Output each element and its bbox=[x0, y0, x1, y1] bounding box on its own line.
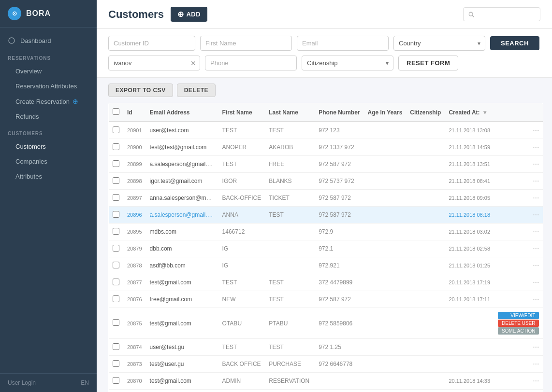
td-firstname: TEST bbox=[218, 156, 265, 173]
row-checkbox[interactable] bbox=[113, 245, 119, 252]
td-age bbox=[364, 390, 407, 392]
td-firstname: OTABU bbox=[218, 308, 265, 339]
sidebar-item-customers[interactable]: Customers bbox=[0, 139, 97, 154]
export-csv-button[interactable]: EXPORT TO CSV bbox=[108, 84, 173, 97]
td-phone: 972 5737 972 bbox=[315, 173, 363, 190]
row-menu-button[interactable]: ··· bbox=[533, 278, 539, 286]
last-name-input[interactable] bbox=[108, 56, 200, 70]
td-lastname: VEHICLE bbox=[265, 390, 315, 392]
sidebar-item-overview[interactable]: Overview bbox=[0, 64, 97, 79]
row-menu-button[interactable]: ··· bbox=[533, 227, 539, 236]
td-lastname: BLANKS bbox=[265, 173, 315, 190]
country-select[interactable]: Country bbox=[393, 36, 485, 51]
reset-form-button[interactable]: RESET FORM bbox=[398, 56, 458, 70]
view-edit-button[interactable]: VIEW/EDIT bbox=[498, 312, 539, 319]
clear-last-name-button[interactable]: ✕ bbox=[190, 59, 196, 67]
phone-input[interactable] bbox=[205, 56, 297, 70]
row-checkbox[interactable] bbox=[113, 279, 119, 285]
row-checkbox[interactable] bbox=[113, 228, 119, 235]
sidebar-item-refunds[interactable]: Refunds bbox=[0, 109, 97, 124]
sidebar-item-create-reservation[interactable]: Create Reservation ⊕ bbox=[0, 94, 97, 109]
row-checkbox[interactable] bbox=[113, 126, 119, 133]
row-menu-button[interactable]: ··· bbox=[533, 295, 539, 303]
th-id: Id bbox=[123, 103, 146, 122]
td-firstname: TEST bbox=[218, 122, 265, 139]
td-checkbox bbox=[109, 356, 124, 373]
td-email: dbb.com bbox=[146, 240, 218, 257]
td-menu: ··· bbox=[494, 339, 543, 356]
row-checkbox[interactable] bbox=[113, 160, 119, 167]
sidebar-item-attributes[interactable]: Attributes bbox=[0, 169, 97, 184]
row-menu-button[interactable]: ··· bbox=[533, 244, 539, 252]
delete-button[interactable]: DELETE bbox=[177, 84, 216, 97]
some-action-button[interactable]: SOME ACTION bbox=[498, 327, 539, 335]
global-search-box[interactable] bbox=[463, 7, 540, 21]
add-button[interactable]: ⊕ ADD bbox=[171, 7, 207, 22]
table-row: 20876 free@gmail.com NEW TEST 972 587 97… bbox=[109, 291, 543, 308]
row-menu-button[interactable]: ··· bbox=[533, 343, 539, 351]
td-created: 20.11.2018 17:19 bbox=[445, 274, 494, 291]
sidebar-item-dashboard[interactable]: Dashboard bbox=[0, 32, 97, 49]
plus-icon: ⊕ bbox=[177, 10, 184, 19]
row-menu-button[interactable]: ··· bbox=[533, 377, 539, 385]
td-created: 20.11.2018 14:17 bbox=[445, 390, 494, 392]
row-checkbox[interactable] bbox=[113, 377, 119, 384]
td-lastname: TEST bbox=[265, 274, 315, 291]
sidebar-item-companies[interactable]: Companies bbox=[0, 154, 97, 169]
user-login-label[interactable]: User Login bbox=[8, 379, 36, 386]
th-firstname: First Name bbox=[218, 103, 265, 122]
row-checkbox[interactable] bbox=[113, 194, 119, 201]
row-menu-button[interactable]: ··· bbox=[533, 261, 539, 269]
lang-label[interactable]: EN bbox=[81, 379, 89, 386]
td-lastname: PTABU bbox=[265, 308, 315, 339]
first-name-input[interactable] bbox=[200, 36, 292, 51]
row-checkbox[interactable] bbox=[113, 262, 119, 268]
td-citizenship bbox=[406, 240, 445, 257]
table-row: 20896 a.salesperson@gmail.com ANNA TEST … bbox=[109, 207, 543, 224]
row-menu-button[interactable]: ··· bbox=[533, 177, 539, 185]
td-id: 20870 bbox=[123, 373, 146, 390]
select-all-checkbox[interactable] bbox=[113, 108, 119, 115]
citizenship-select[interactable]: Citizenship bbox=[302, 56, 393, 70]
table-container: Id Email Address First Name Last Name Ph… bbox=[97, 103, 552, 392]
row-menu-button[interactable]: ··· bbox=[533, 143, 539, 151]
customer-id-input[interactable] bbox=[108, 36, 195, 51]
td-id: 20879 bbox=[123, 240, 146, 257]
row-checkbox[interactable] bbox=[113, 177, 119, 184]
td-age bbox=[364, 356, 407, 373]
th-lastname: Last Name bbox=[265, 103, 315, 122]
row-menu-button[interactable]: ··· bbox=[533, 160, 539, 168]
filter-row-1: Country SEARCH bbox=[108, 36, 540, 51]
sidebar-dashboard-label: Dashboard bbox=[20, 37, 51, 44]
td-menu: ··· bbox=[494, 274, 543, 291]
td-email: free@gmail.com bbox=[146, 291, 218, 308]
row-checkbox[interactable] bbox=[113, 360, 119, 367]
td-citizenship bbox=[406, 224, 445, 240]
td-checkbox bbox=[109, 240, 124, 257]
global-search-input[interactable] bbox=[477, 11, 535, 18]
td-phone: 972 1337 972 bbox=[315, 139, 363, 156]
row-menu-button[interactable]: ··· bbox=[533, 360, 539, 368]
td-created: 20.11.2018 17:11 bbox=[445, 291, 494, 308]
email-input[interactable] bbox=[297, 36, 389, 51]
td-firstname: TEST bbox=[218, 274, 265, 291]
td-citizenship bbox=[406, 373, 445, 390]
row-menu-button[interactable]: ··· bbox=[533, 126, 539, 134]
row-checkbox[interactable] bbox=[113, 343, 119, 350]
row-checkbox[interactable] bbox=[113, 319, 119, 326]
th-created[interactable]: Created At: ▾ bbox=[445, 103, 494, 122]
row-menu-button[interactable]: ··· bbox=[533, 210, 539, 219]
row-checkbox[interactable] bbox=[113, 211, 119, 218]
row-checkbox[interactable] bbox=[113, 295, 119, 302]
delete-user-button[interactable]: DELETE USER bbox=[498, 320, 539, 327]
search-button[interactable]: SEARCH bbox=[490, 36, 539, 50]
row-checkbox[interactable] bbox=[113, 143, 119, 150]
td-citizenship bbox=[406, 308, 445, 339]
td-phone: 972 123 bbox=[315, 122, 363, 139]
td-citizenship bbox=[406, 122, 445, 139]
sidebar-item-reservation-attributes[interactable]: Reservation Attributes bbox=[0, 79, 97, 94]
last-name-input-wrapper: ✕ bbox=[108, 56, 200, 70]
td-checkbox bbox=[109, 339, 124, 356]
row-menu-button[interactable]: ··· bbox=[533, 194, 539, 202]
td-menu: ··· bbox=[494, 373, 543, 390]
